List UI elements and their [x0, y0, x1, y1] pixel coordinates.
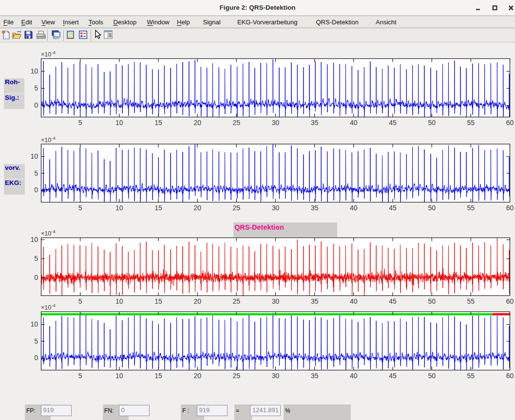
- svg-text:40: 40: [350, 297, 358, 305]
- svg-text:30: 30: [272, 204, 280, 212]
- svg-text:45: 45: [389, 119, 397, 127]
- svg-text:55: 55: [467, 297, 475, 305]
- svg-text:35: 35: [311, 204, 319, 212]
- svg-text:30: 30: [272, 297, 280, 305]
- svg-text:10: 10: [30, 236, 38, 243]
- svg-text:×10-4: ×10-4: [41, 303, 56, 311]
- svg-text:25: 25: [233, 297, 241, 305]
- svg-text:15: 15: [154, 204, 162, 212]
- svg-text:30: 30: [272, 372, 280, 380]
- svg-text:60: 60: [506, 119, 514, 127]
- svg-text:5: 5: [78, 119, 82, 127]
- svg-text:45: 45: [389, 297, 397, 305]
- svg-text:5: 5: [34, 169, 38, 177]
- svg-text:40: 40: [350, 372, 358, 380]
- svg-text:15: 15: [154, 372, 162, 380]
- svg-text:35: 35: [311, 297, 319, 305]
- svg-text:25: 25: [233, 372, 241, 380]
- svg-text:10: 10: [115, 372, 123, 380]
- svg-text:5: 5: [34, 255, 38, 262]
- svg-text:55: 55: [467, 204, 475, 212]
- svg-text:50: 50: [428, 119, 436, 127]
- svg-text:10: 10: [30, 67, 38, 75]
- svg-text:×10-4: ×10-4: [41, 229, 56, 237]
- svg-text:60: 60: [506, 297, 514, 305]
- svg-text:15: 15: [154, 119, 162, 127]
- svg-text:15: 15: [154, 297, 162, 305]
- svg-text:×10-4: ×10-4: [41, 50, 56, 58]
- svg-text:20: 20: [193, 372, 201, 380]
- svg-text:60: 60: [506, 372, 514, 380]
- svg-text:10: 10: [115, 297, 123, 305]
- svg-text:5: 5: [78, 297, 82, 305]
- svg-text:0: 0: [34, 274, 38, 281]
- svg-text:0: 0: [34, 354, 38, 362]
- svg-text:10: 10: [30, 320, 38, 328]
- svg-text:10: 10: [115, 119, 123, 127]
- svg-text:10: 10: [115, 204, 123, 212]
- svg-text:35: 35: [311, 372, 319, 380]
- svg-text:45: 45: [389, 372, 397, 380]
- svg-text:×10-4: ×10-4: [41, 135, 56, 144]
- svg-text:55: 55: [467, 372, 475, 380]
- svg-text:0: 0: [34, 101, 38, 109]
- svg-text:20: 20: [193, 204, 201, 212]
- svg-text:40: 40: [350, 204, 358, 212]
- svg-text:25: 25: [233, 204, 241, 212]
- svg-text:5: 5: [78, 372, 82, 380]
- svg-text:45: 45: [389, 204, 397, 212]
- svg-text:40: 40: [350, 119, 358, 127]
- svg-text:60: 60: [506, 204, 514, 212]
- svg-text:35: 35: [311, 119, 319, 127]
- svg-text:5: 5: [78, 204, 82, 212]
- svg-text:50: 50: [428, 372, 436, 380]
- svg-text:0: 0: [34, 186, 38, 194]
- svg-text:10: 10: [30, 152, 38, 160]
- svg-text:5: 5: [34, 337, 38, 345]
- svg-text:55: 55: [467, 119, 475, 127]
- svg-text:30: 30: [272, 119, 280, 127]
- svg-text:50: 50: [428, 297, 436, 305]
- svg-text:25: 25: [233, 119, 241, 127]
- svg-text:20: 20: [193, 297, 201, 305]
- svg-text:20: 20: [193, 119, 201, 127]
- svg-text:50: 50: [428, 204, 436, 212]
- svg-text:5: 5: [34, 84, 38, 92]
